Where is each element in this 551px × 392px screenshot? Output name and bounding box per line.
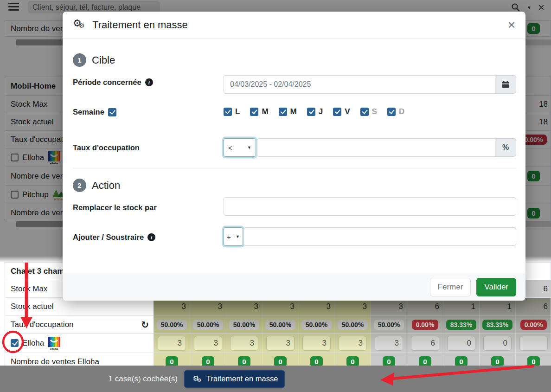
table-cell[interactable] — [515, 334, 551, 353]
day-label: D — [399, 107, 404, 116]
day-checkbox[interactable] — [307, 108, 315, 116]
remplacer-label: Remplacer le stock par — [73, 203, 157, 212]
table-cell: 50.00% — [226, 316, 262, 333]
elloha-logo: elloha — [48, 337, 60, 350]
cell-value: 3 — [182, 302, 186, 311]
hamburger-icon[interactable] — [8, 3, 19, 11]
stock-cell-input[interactable]: 6 — [411, 336, 439, 351]
day-checkbox[interactable] — [333, 108, 341, 116]
weekday-group: S — [360, 107, 377, 116]
day-checkbox[interactable] — [224, 108, 232, 116]
cell-value: 18 — [539, 100, 548, 109]
valider-button[interactable]: Valider — [476, 278, 516, 296]
table-cell: 83.33% — [479, 316, 515, 333]
elloha-checkbox[interactable] — [11, 154, 19, 161]
table-cell[interactable]: 3 — [226, 334, 262, 353]
info-icon[interactable]: i — [145, 78, 153, 86]
taux-value-input[interactable] — [257, 138, 495, 157]
table-cell[interactable]: 3 — [371, 334, 407, 353]
status-badge: 50.00% — [374, 320, 404, 330]
cell-value: 18 — [539, 117, 548, 127]
gears-icon: ⚙⚙ — [192, 375, 200, 384]
table-cell[interactable]: 0 — [479, 334, 515, 353]
modal-close-icon[interactable]: × — [508, 19, 515, 32]
day-label: L — [235, 107, 240, 116]
stock-cell-input[interactable]: 3 — [266, 336, 295, 351]
percent-addon: % — [495, 138, 516, 157]
svg-text:elloha: elloha — [50, 347, 58, 350]
pitchup-checkbox[interactable] — [11, 191, 19, 199]
day-checkbox[interactable] — [250, 108, 258, 116]
close-icon[interactable]: × — [538, 2, 545, 13]
calendar-icon — [501, 80, 510, 89]
stock-cell-input[interactable]: 3 — [339, 336, 367, 351]
bulk-process-label: Traitement en masse — [206, 374, 278, 383]
refresh-icon[interactable]: ↻ — [141, 319, 149, 330]
stock-cell-input[interactable]: 3 — [194, 336, 222, 351]
status-badge: 50.00% — [229, 320, 259, 330]
ajouter-operator-select[interactable]: + ▼ — [224, 227, 243, 246]
elloha-checkbox-checked[interactable] — [11, 339, 19, 347]
stock-cell-input[interactable]: 3 — [158, 336, 186, 351]
stock-cell-input[interactable]: 3 — [230, 336, 258, 351]
bulk-process-button[interactable]: ⚙⚙ Traitement en masse — [184, 370, 285, 388]
day-label: V — [345, 107, 350, 116]
date-range-input[interactable]: 04/03/2025 - 02/04/2025 — [224, 75, 495, 94]
remplacer-label-row: Remplacer le stock par — [73, 203, 157, 212]
stock-cell-input[interactable] — [519, 336, 548, 351]
calendar-addon[interactable] — [495, 75, 516, 94]
cell-value: 3 — [254, 302, 258, 311]
search-icon[interactable] — [511, 3, 520, 12]
day-checkbox[interactable] — [360, 108, 369, 116]
semaine-checkbox[interactable] — [108, 108, 116, 116]
table-cell[interactable]: 3 — [334, 334, 371, 353]
periode-label: Période concernée — [73, 78, 141, 87]
status-badge: 83.33% — [446, 320, 476, 330]
weekday-group: V — [333, 107, 350, 116]
table-cell[interactable]: 6 — [407, 334, 443, 353]
step-number-badge: 1 — [73, 53, 86, 67]
cell-value: 1 — [471, 302, 475, 311]
fermer-button[interactable]: Fermer — [430, 278, 471, 296]
stock-cell-input[interactable]: 0 — [483, 336, 512, 351]
svg-text:elloha: elloha — [50, 161, 58, 164]
caret-down-icon[interactable]: ▼ — [527, 5, 532, 10]
checked-count-text: 1 case(s) cochée(s) — [109, 374, 178, 384]
cell-value: 3 — [399, 302, 403, 311]
ajouter-label: Ajouter / Soustraire — [73, 233, 144, 242]
stock-cell-input[interactable]: 0 — [447, 336, 475, 351]
table-cell[interactable]: 0 — [443, 334, 479, 353]
table-cell[interactable]: 3 — [154, 334, 190, 353]
status-badge: 0 — [527, 208, 540, 218]
table-cell[interactable]: 3 — [262, 334, 298, 353]
step-title: Action — [92, 180, 120, 192]
table-cell[interactable]: 3 — [298, 334, 334, 353]
ajouter-value-input[interactable] — [243, 227, 516, 246]
day-checkbox[interactable] — [279, 108, 287, 116]
status-badge: 83.33% — [482, 320, 513, 330]
taux-operator-select[interactable]: < ▼ — [224, 138, 256, 157]
stock-cell-input[interactable]: 3 — [302, 336, 331, 351]
table-cell: 50.00% — [334, 316, 371, 333]
elloha-logo: elloha — [48, 151, 60, 164]
table-cell[interactable]: 3 — [190, 334, 226, 353]
day-checkbox[interactable] — [387, 108, 396, 116]
status-badge: 0.00% — [412, 320, 439, 330]
date-range-value: 04/03/2025 - 02/04/2025 — [230, 80, 311, 89]
row-label: Pitchup — [22, 190, 49, 199]
cell-value: 3 — [218, 302, 222, 311]
taux-label: Taux d'occupation — [73, 143, 140, 152]
status-badge: 0.00% — [520, 320, 547, 330]
semaine-label-row: Semaine — [73, 108, 116, 116]
stock-cell-input[interactable]: 3 — [375, 336, 403, 351]
table-cell: 50.00% — [262, 316, 298, 333]
day-label: S — [372, 107, 377, 116]
cell-value: 1 — [507, 302, 512, 311]
weekday-group: J — [307, 107, 323, 116]
cell-value: 6 — [435, 302, 439, 311]
step-number-badge: 2 — [73, 179, 86, 192]
section-title: Mobil-Home — [11, 82, 56, 91]
table-cell: 0.00% — [407, 316, 443, 333]
info-icon[interactable]: i — [147, 233, 155, 241]
remplacer-input[interactable] — [224, 197, 516, 216]
